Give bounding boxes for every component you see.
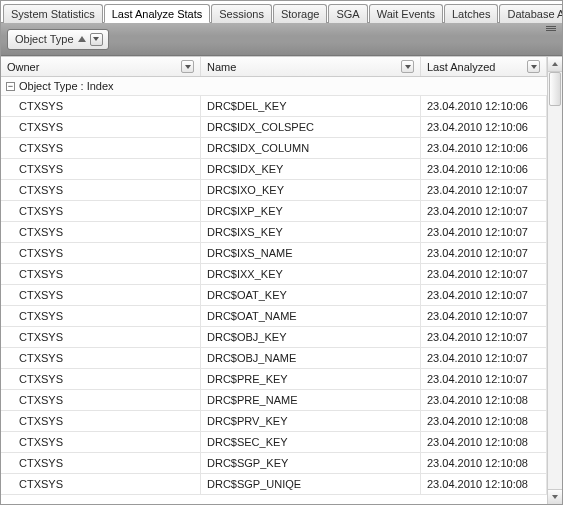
cell-name: DRC$SGP_KEY: [201, 453, 421, 473]
cell-name: DRC$IXS_NAME: [201, 243, 421, 263]
table-row[interactable]: CTXSYSDRC$PRV_KEY23.04.2010 12:10:08: [1, 411, 547, 432]
cell-owner: CTXSYS: [1, 243, 201, 263]
cell-last: 23.04.2010 12:10:07: [421, 222, 547, 242]
column-header-row: Owner Name Last Analyzed: [1, 57, 547, 77]
cell-last: 23.04.2010 12:10:06: [421, 138, 547, 158]
cell-last: 23.04.2010 12:10:07: [421, 285, 547, 305]
cell-name: DRC$DEL_KEY: [201, 96, 421, 116]
cell-name: DRC$IDX_COLUMN: [201, 138, 421, 158]
table-row[interactable]: CTXSYSDRC$OAT_NAME23.04.2010 12:10:07: [1, 306, 547, 327]
scroll-track[interactable]: [548, 72, 562, 489]
column-header-owner[interactable]: Owner: [1, 57, 201, 76]
table-row[interactable]: CTXSYSDRC$IDX_KEY23.04.2010 12:10:06: [1, 159, 547, 180]
cell-name: DRC$SEC_KEY: [201, 432, 421, 452]
cell-name: DRC$OAT_KEY: [201, 285, 421, 305]
tab-wait-events[interactable]: Wait Events: [369, 4, 443, 23]
table-row[interactable]: CTXSYSDRC$OBJ_KEY23.04.2010 12:10:07: [1, 327, 547, 348]
cell-owner: CTXSYS: [1, 474, 201, 494]
table-row[interactable]: CTXSYSDRC$IXO_KEY23.04.2010 12:10:07: [1, 180, 547, 201]
tab-last-analyze-stats[interactable]: Last Analyze Stats: [104, 4, 211, 23]
column-header-name[interactable]: Name: [201, 57, 421, 76]
cell-name: DRC$IXS_KEY: [201, 222, 421, 242]
sort-asc-icon: [78, 36, 86, 42]
table-row[interactable]: CTXSYSDRC$PRE_KEY23.04.2010 12:10:07: [1, 369, 547, 390]
table-row[interactable]: CTXSYSDRC$IXP_KEY23.04.2010 12:10:07: [1, 201, 547, 222]
cell-name: DRC$IXP_KEY: [201, 201, 421, 221]
cell-owner: CTXSYS: [1, 138, 201, 158]
tab-storage[interactable]: Storage: [273, 4, 328, 23]
tab-sga[interactable]: SGA: [328, 4, 367, 23]
scroll-down-icon[interactable]: [548, 489, 562, 504]
tab-bar: System StatisticsLast Analyze StatsSessi…: [1, 1, 562, 23]
table-row[interactable]: CTXSYSDRC$SGP_UNIQE23.04.2010 12:10:08: [1, 474, 547, 495]
cell-last: 23.04.2010 12:10:07: [421, 306, 547, 326]
tab-sessions[interactable]: Sessions: [211, 4, 272, 23]
cell-last: 23.04.2010 12:10:07: [421, 348, 547, 368]
cell-owner: CTXSYS: [1, 306, 201, 326]
tab-latches[interactable]: Latches: [444, 4, 499, 23]
tab-database-alerts[interactable]: Database Alerts: [499, 4, 563, 23]
cell-name: DRC$PRE_NAME: [201, 390, 421, 410]
table-row[interactable]: CTXSYSDRC$IDX_COLUMN23.04.2010 12:10:06: [1, 138, 547, 159]
table-row[interactable]: CTXSYSDRC$IXS_KEY23.04.2010 12:10:07: [1, 222, 547, 243]
cell-last: 23.04.2010 12:10:08: [421, 411, 547, 431]
group-header-row[interactable]: − Object Type : Index: [1, 77, 547, 96]
dropdown-icon[interactable]: [90, 33, 103, 46]
scroll-thumb[interactable]: [549, 72, 561, 106]
cell-name: DRC$IDX_KEY: [201, 159, 421, 179]
cell-owner: CTXSYS: [1, 264, 201, 284]
table-row[interactable]: CTXSYSDRC$PRE_NAME23.04.2010 12:10:08: [1, 390, 547, 411]
group-header-label: Object Type : Index: [19, 80, 114, 92]
collapse-icon[interactable]: −: [6, 82, 15, 91]
cell-last: 23.04.2010 12:10:06: [421, 96, 547, 116]
cell-owner: CTXSYS: [1, 285, 201, 305]
column-header-last-label: Last Analyzed: [427, 61, 496, 73]
table-row[interactable]: CTXSYSDRC$SGP_KEY23.04.2010 12:10:08: [1, 453, 547, 474]
cell-last: 23.04.2010 12:10:07: [421, 264, 547, 284]
table-row[interactable]: CTXSYSDRC$SEC_KEY23.04.2010 12:10:08: [1, 432, 547, 453]
column-header-name-label: Name: [207, 61, 236, 73]
cell-last: 23.04.2010 12:10:07: [421, 243, 547, 263]
column-menu-icon[interactable]: [527, 60, 540, 73]
cell-name: DRC$OAT_NAME: [201, 306, 421, 326]
cell-owner: CTXSYS: [1, 369, 201, 389]
cell-last: 23.04.2010 12:10:06: [421, 117, 547, 137]
vertical-scrollbar[interactable]: [547, 57, 562, 504]
cell-last: 23.04.2010 12:10:08: [421, 474, 547, 494]
table-row[interactable]: CTXSYSDRC$OBJ_NAME23.04.2010 12:10:07: [1, 348, 547, 369]
cell-name: DRC$PRE_KEY: [201, 369, 421, 389]
cell-owner: CTXSYS: [1, 390, 201, 410]
cell-owner: CTXSYS: [1, 327, 201, 347]
cell-name: DRC$IDX_COLSPEC: [201, 117, 421, 137]
cell-last: 23.04.2010 12:10:08: [421, 453, 547, 473]
cell-owner: CTXSYS: [1, 117, 201, 137]
cell-last: 23.04.2010 12:10:07: [421, 180, 547, 200]
cell-last: 23.04.2010 12:10:08: [421, 390, 547, 410]
cell-name: DRC$SGP_UNIQE: [201, 474, 421, 494]
group-by-button[interactable]: Object Type: [7, 29, 109, 50]
table-row[interactable]: CTXSYSDRC$IXX_KEY23.04.2010 12:10:07: [1, 264, 547, 285]
table-row[interactable]: CTXSYSDRC$DEL_KEY23.04.2010 12:10:06: [1, 96, 547, 117]
table-row[interactable]: CTXSYSDRC$IXS_NAME23.04.2010 12:10:07: [1, 243, 547, 264]
column-menu-icon[interactable]: [181, 60, 194, 73]
cell-owner: CTXSYS: [1, 432, 201, 452]
scroll-up-icon[interactable]: [548, 57, 562, 72]
cell-owner: CTXSYS: [1, 201, 201, 221]
column-header-owner-label: Owner: [7, 61, 39, 73]
cell-last: 23.04.2010 12:10:08: [421, 432, 547, 452]
cell-owner: CTXSYS: [1, 180, 201, 200]
toolbar-menu-icon[interactable]: [544, 26, 558, 32]
column-header-last-analyzed[interactable]: Last Analyzed: [421, 57, 547, 76]
tab-system-statistics[interactable]: System Statistics: [3, 4, 103, 23]
table-row[interactable]: CTXSYSDRC$OAT_KEY23.04.2010 12:10:07: [1, 285, 547, 306]
table-row[interactable]: CTXSYSDRC$IDX_COLSPEC23.04.2010 12:10:06: [1, 117, 547, 138]
cell-name: DRC$PRV_KEY: [201, 411, 421, 431]
cell-owner: CTXSYS: [1, 222, 201, 242]
cell-owner: CTXSYS: [1, 348, 201, 368]
cell-name: DRC$OBJ_KEY: [201, 327, 421, 347]
column-menu-icon[interactable]: [401, 60, 414, 73]
cell-last: 23.04.2010 12:10:07: [421, 201, 547, 221]
group-by-label: Object Type: [15, 33, 74, 45]
cell-last: 23.04.2010 12:10:07: [421, 327, 547, 347]
cell-owner: CTXSYS: [1, 96, 201, 116]
